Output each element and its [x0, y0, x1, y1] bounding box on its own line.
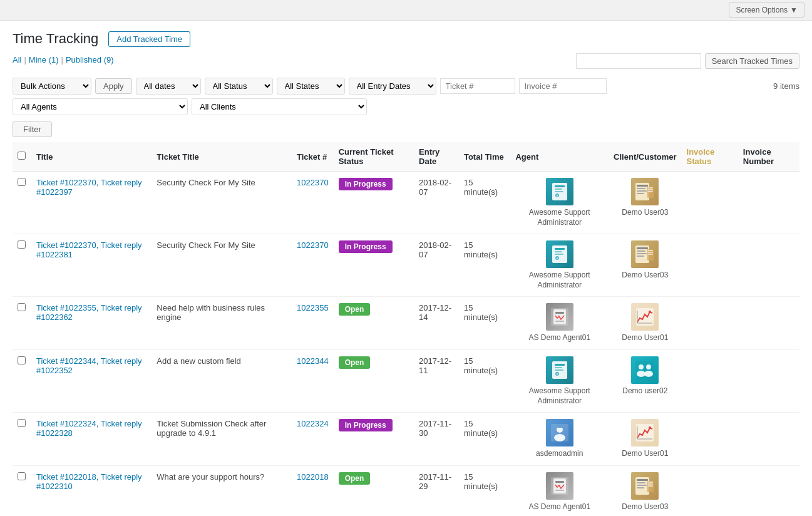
svg-rect-17 — [555, 251, 562, 252]
row-select-checkbox[interactable] — [18, 178, 26, 186]
agent-name: Awesome Support Administrator — [515, 208, 604, 227]
row-invoice-status — [682, 234, 738, 297]
svg-rect-65 — [637, 487, 644, 488]
row-ticket-title: Security Check For My Site — [152, 234, 292, 297]
ticket-num-link[interactable]: 1022370 — [297, 240, 329, 250]
bulk-actions-select[interactable]: Bulk Actions — [13, 78, 91, 95]
states-select[interactable]: All States — [277, 78, 345, 95]
svg-rect-24 — [637, 253, 647, 254]
search-bar: Search Tracked Times — [576, 53, 799, 69]
ticket-num-link[interactable]: 1022370 — [297, 178, 329, 187]
row-select-checkbox[interactable] — [18, 419, 26, 427]
row-checkbox — [13, 465, 31, 516]
status-badge: Open — [339, 356, 371, 369]
svg-rect-68 — [648, 483, 653, 485]
row-title: Ticket #1022324, Ticket reply #1022328 — [31, 413, 152, 466]
row-title: Ticket #1022355, Ticket reply #1022362 — [31, 297, 152, 350]
svg-rect-44 — [635, 361, 654, 379]
screen-options-button[interactable]: Screen Options ▼ — [729, 3, 804, 18]
top-bar: Screen Options ▼ — [0, 0, 812, 21]
row-agent: A Awesome Support Administrator — [510, 172, 609, 234]
status-select[interactable]: All Status — [205, 78, 273, 95]
invoice-input[interactable] — [519, 78, 607, 94]
search-tracked-times-button[interactable]: Search Tracked Times — [705, 53, 799, 69]
clients-select[interactable]: All Clients — [192, 98, 367, 115]
filter-mine[interactable]: Mine (1) — [29, 55, 59, 64]
row-ticket-num: 1022018 — [292, 465, 334, 516]
row-invoice-status — [682, 465, 738, 516]
svg-rect-8 — [637, 188, 645, 189]
dates-select[interactable]: All dates — [136, 78, 201, 95]
svg-rect-69 — [648, 485, 653, 487]
row-total-time: 15 minute(s) — [459, 172, 510, 234]
svg-rect-7 — [637, 185, 648, 187]
svg-text:A: A — [556, 194, 558, 197]
row-invoice-status — [682, 349, 738, 412]
svg-point-47 — [637, 371, 645, 377]
ticket-input[interactable] — [440, 78, 515, 94]
search-input[interactable] — [576, 53, 701, 69]
row-total-time: 15 minute(s) — [459, 413, 510, 466]
client-name: Demo User03 — [614, 208, 676, 218]
agent-name: Awesome Support Administrator — [515, 386, 604, 406]
row-ticket-title: Security Check For My Site — [152, 172, 292, 234]
status-badge: Open — [339, 303, 371, 316]
table-row: Ticket #1022344, Ticket reply #1022352 A… — [13, 349, 799, 412]
entry-dates-select[interactable]: All Entry Dates — [349, 78, 436, 95]
row-select-checkbox[interactable] — [18, 240, 26, 249]
ticket-num-link[interactable]: 1022324 — [297, 419, 329, 428]
row-status: Open — [334, 465, 414, 516]
row-client: Demo User03 — [609, 172, 681, 234]
title-link[interactable]: Ticket #1022355, Ticket reply #1022362 — [36, 303, 142, 322]
title-link[interactable]: Ticket #1022370, Ticket reply #1022397 — [36, 178, 142, 197]
row-ticket-title: Ticket Submission Check after upgrade to… — [152, 413, 292, 466]
row-status: In Progress — [334, 413, 414, 466]
row-client: Demo User01 — [609, 297, 681, 350]
row-client: Demo User03 — [609, 234, 681, 297]
svg-text:A: A — [556, 373, 558, 376]
svg-rect-2 — [555, 188, 562, 190]
svg-rect-59 — [555, 481, 564, 483]
row-checkbox — [13, 349, 31, 412]
title-link[interactable]: Ticket #1022018, Ticket reply #1022310 — [36, 472, 142, 491]
row-select-checkbox[interactable] — [18, 472, 26, 480]
svg-rect-67 — [648, 482, 653, 483]
status-badge: In Progress — [339, 240, 393, 253]
svg-rect-25 — [637, 255, 644, 257]
row-select-checkbox[interactable] — [18, 303, 26, 311]
items-count: 9 items — [773, 81, 799, 91]
row-title: Ticket #1022370, Ticket reply #1022397 — [31, 172, 152, 234]
row-entry-date: 2017-11-29 — [414, 465, 459, 516]
svg-rect-1 — [555, 185, 565, 187]
filter-published[interactable]: Published (9) — [66, 55, 114, 64]
row-checkbox — [13, 172, 31, 234]
row-checkbox — [13, 234, 31, 297]
status-badge: Open — [339, 472, 371, 485]
row-invoice-status — [682, 413, 738, 466]
svg-text:A: A — [556, 257, 558, 260]
agents-select[interactable]: All Agents — [13, 98, 188, 115]
apply-button[interactable]: Apply — [95, 78, 132, 94]
svg-rect-62 — [637, 479, 648, 481]
select-all-checkbox[interactable] — [18, 152, 26, 160]
row-ticket-num: 1022355 — [292, 297, 334, 350]
svg-rect-9 — [637, 190, 647, 192]
svg-rect-33 — [555, 321, 564, 322]
row-select-checkbox[interactable] — [18, 356, 26, 364]
add-tracked-time-button[interactable]: Add Tracked Time — [108, 31, 190, 47]
header-checkbox — [13, 142, 31, 172]
row-checkbox — [13, 297, 31, 350]
row-client: Demo user02 — [609, 349, 681, 412]
title-link[interactable]: Ticket #1022370, Ticket reply #1022381 — [36, 240, 142, 259]
ticket-num-link[interactable]: 1022018 — [297, 472, 329, 482]
svg-rect-10 — [637, 193, 644, 194]
title-link[interactable]: Ticket #1022344, Ticket reply #1022352 — [36, 356, 142, 375]
title-link[interactable]: Ticket #1022324, Ticket reply #1022328 — [36, 419, 142, 438]
ticket-num-link[interactable]: 1022355 — [297, 303, 329, 312]
svg-point-35 — [649, 311, 651, 313]
filter-button[interactable]: Filter — [13, 121, 52, 137]
row-invoice-number — [738, 297, 799, 350]
filter-all[interactable]: All — [13, 55, 21, 64]
page-title: Time Tracking — [13, 31, 98, 47]
ticket-num-link[interactable]: 1022344 — [297, 356, 329, 366]
